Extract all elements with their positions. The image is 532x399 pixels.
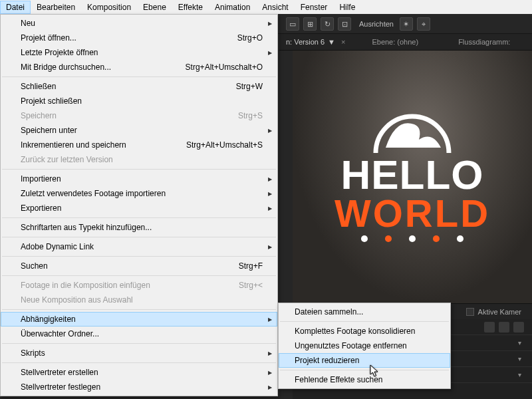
menu-shortcut: Strg+Alt+Umschalt+O (186, 63, 263, 72)
menu-item[interactable]: Dateien sammeln... (279, 305, 450, 319)
menu-item[interactable]: Adobe Dynamic Link (1, 239, 277, 254)
menu-item-label: Inkrementieren und speichern (21, 140, 126, 150)
close-icon[interactable]: × (341, 38, 345, 46)
menu-item-label: Dateien sammeln... (295, 307, 363, 317)
menu-item[interactable]: Abhängigkeiten (1, 312, 277, 327)
grid-toggle[interactable] (466, 308, 474, 316)
menu-animation[interactable]: Animation (209, 1, 256, 14)
dependencies-submenu: Dateien sammeln...Komplettes Footage kon… (278, 303, 451, 389)
layer-switch-icon[interactable] (513, 322, 524, 332)
menu-item[interactable]: Skripts (1, 346, 277, 360)
menu-komposition[interactable]: Komposition (81, 1, 137, 14)
menu-item[interactable]: Exportieren (1, 201, 277, 215)
menu-item-label: Schließen (21, 82, 56, 91)
menu-item[interactable]: Stellvertreter festlegen (1, 380, 277, 394)
menu-item[interactable]: Letzte Projekte öffnen (1, 45, 277, 60)
menu-bearbeiten[interactable]: Bearbeiten (31, 1, 81, 14)
menu-item: Neue Komposition aus Auswahl (1, 293, 277, 307)
menu-bar[interactable]: DateiBearbeitenKompositionEbeneEffekteAn… (0, 0, 532, 14)
menu-item[interactable]: Zuletzt verwendetes Footage importieren (1, 186, 277, 201)
menu-item-label: Projekt schließen (21, 96, 82, 106)
menu-item: Footage in die Komposition einfügenStrg+… (1, 278, 277, 293)
menu-item[interactable]: SchließenStrg+W (1, 79, 277, 94)
menu-item: Zurück zur letzten Version (1, 152, 277, 167)
chevron-down-icon[interactable]: ▾ (515, 371, 524, 378)
app-window: ▭ ⊞ ↻ ⊡ Ausrichten ✶ ⌖ n: Version 6 ▼ × … (0, 0, 532, 399)
chevron-down-icon[interactable]: ▾ (515, 355, 524, 362)
tool-button[interactable]: ▭ (286, 17, 299, 31)
menu-item[interactable]: Stellvertreter erstellen (1, 365, 277, 380)
menu-item-label: Exportieren (21, 203, 61, 213)
menu-item-label: Footage in die Komposition einfügen (21, 281, 150, 290)
menu-item[interactable]: Komplettes Footage konsolidieren (279, 324, 450, 338)
menu-item[interactable]: Schriftarten aus Typekit hinzufügen... (1, 220, 277, 235)
menu-item[interactable]: Neu (1, 16, 277, 31)
menu-separator (2, 237, 276, 237)
menu-effekte[interactable]: Effekte (172, 1, 209, 14)
menu-item[interactable]: SuchenStrg+F (1, 259, 277, 273)
panel-header: n: Version 6 ▼ × Ebene: (ohne) Flussdiag… (279, 34, 532, 51)
menu-item: SpeichernStrg+S (1, 108, 277, 123)
menu-item-label: Überwachter Ordner... (21, 329, 99, 338)
menu-item-label: Zurück zur letzten Version (21, 155, 113, 164)
tool-button[interactable]: ↻ (321, 17, 334, 31)
layer-switch-icon[interactable] (484, 322, 495, 332)
layer-switch-icon[interactable] (499, 322, 509, 332)
tab-dropdown-icon: ▼ (328, 38, 335, 46)
menu-ebene[interactable]: Ebene (137, 1, 172, 14)
menu-item[interactable]: Projekt schließen (1, 94, 277, 108)
menu-item-label: Suchen (21, 261, 48, 271)
tool-button[interactable]: ✶ (400, 17, 413, 31)
menu-separator (2, 76, 276, 77)
composition-preview[interactable]: HELLO WORLD (293, 51, 532, 303)
layer-field: Ebene: (ohne) (372, 38, 418, 46)
menu-item-label: Skripts (21, 348, 45, 358)
menu-item[interactable]: Inkrementieren und speichernStrg+Alt+Ums… (1, 138, 277, 152)
menu-separator (2, 343, 276, 344)
menu-datei[interactable]: Datei (0, 1, 31, 14)
menu-separator (2, 275, 276, 276)
menu-item[interactable]: Überwachter Ordner... (1, 327, 277, 341)
menu-separator (2, 256, 276, 257)
menu-item-label: Stellvertreter festlegen (21, 382, 100, 392)
tool-button[interactable]: ⊞ (303, 17, 317, 31)
tool-button[interactable]: ⊡ (338, 17, 351, 31)
menu-shortcut: Strg+< (239, 281, 263, 290)
menu-item[interactable]: Mit Bridge durchsuchen...Strg+Alt+Umscha… (1, 60, 277, 74)
globe-icon (369, 101, 456, 153)
menu-item-label: Speichern unter (21, 126, 77, 135)
menu-hilfe[interactable]: Hilfe (333, 1, 361, 14)
logo-line2: WORLD (334, 195, 490, 231)
menu-shortcut: Strg+F (239, 261, 263, 271)
menu-separator (280, 321, 449, 322)
menu-separator (2, 362, 276, 363)
menu-item-label: Zuletzt verwendetes Footage importieren (21, 189, 166, 198)
menu-item[interactable]: Speichern unter (1, 123, 277, 138)
menu-item-label: Ungenutztes Footage entfernen (295, 341, 407, 350)
mouse-cursor (370, 364, 379, 378)
tool-button[interactable]: ⌖ (417, 17, 430, 31)
menu-ansicht[interactable]: Ansicht (256, 1, 294, 14)
menu-item-label: Neu (21, 19, 35, 28)
menu-separator (2, 217, 276, 218)
tab-label: n: Version 6 (286, 38, 325, 46)
menu-item-label: Speichern (21, 111, 57, 120)
menu-item[interactable]: Ungenutztes Footage entfernen (279, 338, 450, 353)
menu-item-label: Neue Komposition aus Auswahl (21, 295, 133, 305)
menu-item[interactable]: Projekt öffnen...Strg+O (1, 31, 277, 45)
logo-dots (334, 235, 490, 242)
menu-shortcut: Strg+S (238, 111, 263, 120)
menu-item-label: Projekt reduzieren (295, 356, 359, 365)
menu-separator (2, 169, 276, 170)
menu-shortcut: Strg+W (236, 82, 263, 91)
menu-item[interactable]: Fehlende Effekte suchen (279, 372, 450, 387)
menu-item-label: Letzte Projekte öffnen (21, 48, 98, 57)
menu-fenster[interactable]: Fenster (295, 1, 334, 14)
menu-item[interactable]: Projekt reduzieren (279, 353, 450, 368)
flow-field: Flussdiagramm: (458, 38, 510, 46)
menu-item[interactable]: Importieren (1, 172, 277, 186)
menu-item-label: Importieren (21, 174, 61, 184)
menu-shortcut: Strg+O (237, 33, 263, 43)
chevron-down-icon[interactable]: ▾ (515, 339, 524, 346)
composition-tab[interactable]: n: Version 6 ▼ × (279, 34, 352, 50)
